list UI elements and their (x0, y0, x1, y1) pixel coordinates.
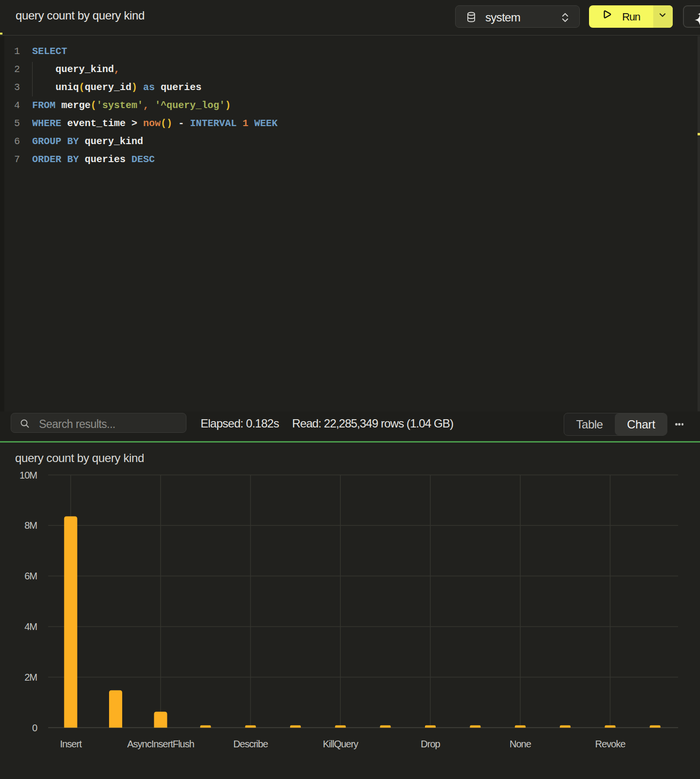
svg-text:None: None (510, 739, 532, 749)
svg-text:10M: 10M (19, 470, 37, 481)
svg-text:8M: 8M (24, 520, 37, 531)
svg-text:2M: 2M (24, 672, 37, 683)
svg-text:6M: 6M (24, 571, 37, 581)
svg-text:4M: 4M (24, 621, 37, 632)
svg-text:Describe: Describe (233, 739, 268, 749)
svg-text:KillQuery: KillQuery (323, 739, 358, 749)
svg-text:Drop: Drop (421, 739, 440, 749)
svg-text:0: 0 (32, 723, 37, 733)
svg-text:Revoke: Revoke (595, 739, 626, 749)
svg-text:AsyncInsertFlush: AsyncInsertFlush (127, 739, 194, 749)
svg-text:Insert: Insert (60, 739, 82, 749)
